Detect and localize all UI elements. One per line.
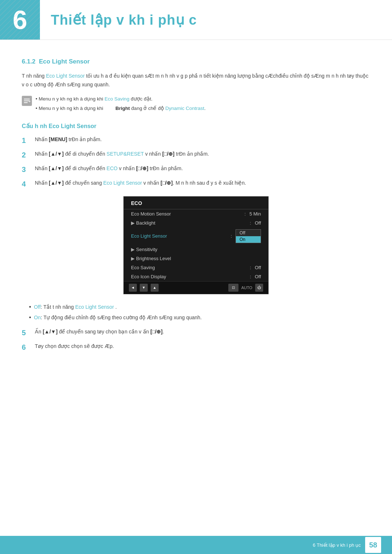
step-item-6: 6 Tøy chọn được chọn sẽ được Æp. (22, 342, 370, 352)
menu-btn-power: ⏻ (255, 284, 263, 292)
option-bullets: • Off: Tắt t nh năng Eco Light Sensor . … (29, 303, 370, 322)
eco-menu-backlight: ▶ Backlight : Off (124, 218, 268, 227)
step-item-4: 4 Nhấn [▲/▼] để chuyển sang Eco Light Se… (22, 179, 370, 189)
eco-menu-bottom-bar: ◄ ▼ ▲ ⊡ AUTO ⏻ (124, 281, 268, 294)
section-number: 6.1.2 (22, 58, 36, 65)
step-number-3: 3 (22, 164, 30, 175)
step-number-6: 6 (22, 342, 30, 352)
section-title: Eco Light Sensor (39, 58, 90, 65)
note-lines: Menu n y kh ng kh à dụng khi Eco Saving … (36, 95, 205, 112)
label-off: Off (34, 304, 41, 310)
step-text-4: Nhấn [▲/▼] để chuyển sang Eco Light Sens… (35, 179, 370, 187)
note-line-1: Menu n y kh ng kh à dụng khi Eco Saving … (36, 95, 205, 103)
eco-menu-eco-icon-display: Eco Icon Display : Off (124, 272, 268, 281)
highlight-eco-light-sensor: Eco Light Sensor (46, 73, 85, 79)
eco-menu-title: ECO (124, 197, 268, 209)
steps-list-continued: 5 Ấn [▲/▼] để chuyển sang tøy chọn bạn c… (22, 328, 370, 352)
chapter-number: 6 (13, 7, 27, 33)
dropdown-option-off: Off (236, 230, 261, 236)
menu-btn-down: ▼ (140, 284, 148, 292)
eco-menu-motion-sensor: Eco Motion Sensor : 5 Min (124, 209, 268, 218)
step-text-6: Tøy chọn được chọn sẽ được Æp. (35, 342, 370, 350)
svg-rect-4 (24, 100, 30, 101)
eco-menu-brightness-level: ▶ Brightness Level (124, 254, 268, 263)
chapter-title-block: Thiết lập v kh i phụ c (40, 0, 392, 40)
chapter-title: Thiết lập v kh i phụ c (51, 12, 197, 28)
eco-menu-eco-saving: Eco Saving : Off (124, 263, 268, 272)
menu-btn-display: ⊡ (228, 284, 238, 292)
step-text-2: Nhấn [▲/▼] để di chuyển đến SETUP&RESET … (35, 150, 370, 158)
step-text-5: Ấn [▲/▼] để chuyển sang tøy chọn bạn cần… (35, 328, 370, 336)
step-item-3: 3 Nhấn [▲/▼] để di chuyển đến ECO v nhấn… (22, 164, 370, 175)
section-heading: 6.1.2 Eco Light Sensor (22, 58, 370, 65)
note-line-2: Menu n y kh ng kh à dụng khi Bright đang… (36, 104, 205, 112)
main-content: 6.1.2 Eco Light Sensor T nh năng Eco Lig… (0, 40, 392, 387)
menu-btn-left: ◄ (129, 284, 137, 292)
highlight-bright: Bright (115, 106, 130, 111)
label-eco-light-sensor-2: Eco Light Sensor (75, 304, 114, 310)
eco-menu-screenshot: ECO Eco Motion Sensor : 5 Min ▶ Backligh… (123, 196, 269, 294)
footer-text: 6 Thiết lập v kh i ph ục (313, 542, 361, 548)
chapter-number-block: 6 (0, 0, 40, 40)
menu-btn-auto-label: AUTO (241, 286, 252, 290)
highlight-dynamic-contrast: Dynamic Contrast (165, 106, 204, 111)
sub-section-heading: Cấu h nh Eco Light Sensor (22, 123, 370, 130)
step-number-5: 5 (22, 328, 30, 338)
eco-menu-eco-light-sensor: Eco Light Sensor : Off On (124, 227, 268, 245)
dropdown-option-on: On (236, 236, 261, 243)
step-text-1: Nhấn [MENU] trÐn ản phầm. (35, 135, 370, 143)
svg-rect-5 (24, 102, 28, 103)
step-text-3: Nhấn [▲/▼] để di chuyển đến ECO v nhấn [… (35, 164, 370, 172)
step-number-4: 4 (22, 179, 30, 189)
step-number-2: 2 (22, 150, 30, 160)
page-footer: 6 Thiết lập v kh i ph ục 58 (0, 536, 392, 554)
step-item-5: 5 Ấn [▲/▼] để chuyển sang tøy chọn bạn c… (22, 328, 370, 338)
step-item-2: 2 Nhấn [▲/▼] để di chuyển đến SETUP&RESE… (22, 150, 370, 160)
highlight-eco-saving: Eco Saving (105, 96, 129, 102)
label-on: On (34, 315, 41, 320)
svg-rect-3 (24, 99, 30, 99)
bullet-off: • Off: Tắt t nh năng Eco Light Sensor . (29, 303, 370, 311)
note-box: Menu n y kh ng kh à dụng khi Eco Saving … (22, 95, 370, 112)
step-number-1: 1 (22, 135, 30, 145)
eco-menu-sensitivity: ▶ Sensitivity (124, 245, 268, 254)
page-header: 6 Thiết lập v kh i phụ c (0, 0, 392, 40)
intro-paragraph: T nh năng Eco Light Sensor tối ưu h a đ … (22, 72, 370, 89)
step-item-1: 1 Nhấn [MENU] trÐn ản phầm. (22, 135, 370, 145)
dropdown-popup: Off On (236, 229, 261, 243)
menu-btn-up: ▲ (151, 284, 159, 292)
steps-list: 1 Nhấn [MENU] trÐn ản phầm. 2 Nhấn [▲/▼]… (22, 135, 370, 189)
footer-page-number: 58 (365, 537, 381, 553)
note-icon (22, 96, 32, 106)
bullet-on: • On: Tự động điều chỉnh độ sÆng theo cư… (29, 313, 370, 321)
